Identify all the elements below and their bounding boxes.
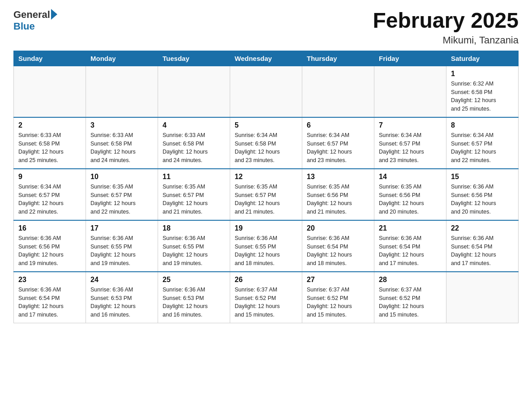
day-info: Sunrise: 6:35 AMSunset: 6:56 PMDaylight:… bbox=[379, 183, 442, 216]
calendar-day-cell: 18Sunrise: 6:36 AMSunset: 6:55 PMDayligh… bbox=[158, 220, 230, 272]
day-number: 20 bbox=[307, 224, 369, 232]
day-number: 22 bbox=[451, 224, 514, 232]
day-number: 2 bbox=[18, 121, 81, 129]
day-number: 6 bbox=[307, 121, 369, 129]
day-number: 19 bbox=[235, 224, 297, 232]
calendar-day-cell: 2Sunrise: 6:33 AMSunset: 6:58 PMDaylight… bbox=[14, 117, 86, 169]
calendar-day-cell: 13Sunrise: 6:35 AMSunset: 6:56 PMDayligh… bbox=[302, 169, 374, 220]
logo: General Blue bbox=[13, 9, 57, 32]
day-info: Sunrise: 6:37 AMSunset: 6:52 PMDaylight:… bbox=[307, 286, 369, 319]
day-info: Sunrise: 6:36 AMSunset: 6:53 PMDaylight:… bbox=[163, 286, 225, 319]
day-number: 23 bbox=[18, 276, 81, 284]
day-info: Sunrise: 6:34 AMSunset: 6:57 PMDaylight:… bbox=[307, 131, 369, 165]
day-info: Sunrise: 6:36 AMSunset: 6:54 PMDaylight:… bbox=[451, 234, 514, 268]
calendar-day-cell: 14Sunrise: 6:35 AMSunset: 6:56 PMDayligh… bbox=[374, 169, 446, 220]
calendar-day-cell: 3Sunrise: 6:33 AMSunset: 6:58 PMDaylight… bbox=[86, 117, 158, 169]
calendar-day-cell: 27Sunrise: 6:37 AMSunset: 6:52 PMDayligh… bbox=[302, 272, 374, 323]
calendar-day-cell bbox=[302, 66, 374, 117]
calendar-day-cell: 9Sunrise: 6:34 AMSunset: 6:57 PMDaylight… bbox=[14, 169, 86, 220]
day-number: 27 bbox=[307, 276, 369, 284]
calendar-day-cell: 26Sunrise: 6:37 AMSunset: 6:52 PMDayligh… bbox=[230, 272, 302, 323]
calendar-day-cell: 6Sunrise: 6:34 AMSunset: 6:57 PMDaylight… bbox=[302, 117, 374, 169]
day-number: 14 bbox=[379, 173, 442, 181]
day-info: Sunrise: 6:36 AMSunset: 6:55 PMDaylight:… bbox=[235, 234, 297, 268]
weekday-header-wednesday: Wednesday bbox=[230, 51, 302, 66]
day-info: Sunrise: 6:36 AMSunset: 6:54 PMDaylight:… bbox=[18, 286, 81, 319]
calendar-week-row: 9Sunrise: 6:34 AMSunset: 6:57 PMDaylight… bbox=[14, 169, 519, 220]
calendar-day-cell: 25Sunrise: 6:36 AMSunset: 6:53 PMDayligh… bbox=[158, 272, 230, 323]
day-info: Sunrise: 6:34 AMSunset: 6:58 PMDaylight:… bbox=[235, 131, 297, 165]
day-info: Sunrise: 6:34 AMSunset: 6:57 PMDaylight:… bbox=[379, 131, 442, 165]
day-number: 28 bbox=[379, 276, 442, 284]
day-number: 26 bbox=[235, 276, 297, 284]
month-title: February 2025 bbox=[373, 9, 519, 33]
calendar-day-cell: 28Sunrise: 6:37 AMSunset: 6:52 PMDayligh… bbox=[374, 272, 446, 323]
calendar-week-row: 2Sunrise: 6:33 AMSunset: 6:58 PMDaylight… bbox=[14, 117, 519, 169]
calendar-day-cell: 24Sunrise: 6:36 AMSunset: 6:53 PMDayligh… bbox=[86, 272, 158, 323]
day-number: 25 bbox=[163, 276, 225, 284]
day-number: 8 bbox=[451, 121, 514, 129]
day-number: 18 bbox=[163, 224, 225, 232]
weekday-header-monday: Monday bbox=[86, 51, 158, 66]
day-number: 5 bbox=[235, 121, 297, 129]
calendar-day-cell: 12Sunrise: 6:35 AMSunset: 6:57 PMDayligh… bbox=[230, 169, 302, 220]
calendar-day-cell: 15Sunrise: 6:36 AMSunset: 6:56 PMDayligh… bbox=[446, 169, 519, 220]
day-number: 24 bbox=[90, 276, 153, 284]
calendar-day-cell: 17Sunrise: 6:36 AMSunset: 6:55 PMDayligh… bbox=[86, 220, 158, 272]
calendar-day-cell: 4Sunrise: 6:33 AMSunset: 6:58 PMDaylight… bbox=[158, 117, 230, 169]
weekday-header-tuesday: Tuesday bbox=[158, 51, 230, 66]
calendar-week-row: 23Sunrise: 6:36 AMSunset: 6:54 PMDayligh… bbox=[14, 272, 519, 323]
day-info: Sunrise: 6:36 AMSunset: 6:56 PMDaylight:… bbox=[18, 234, 81, 268]
day-info: Sunrise: 6:36 AMSunset: 6:55 PMDaylight:… bbox=[163, 234, 225, 268]
calendar-table: SundayMondayTuesdayWednesdayThursdayFrid… bbox=[13, 51, 519, 323]
day-number: 11 bbox=[163, 173, 225, 181]
day-number: 4 bbox=[163, 121, 225, 129]
day-number: 21 bbox=[379, 224, 442, 232]
day-info: Sunrise: 6:35 AMSunset: 6:57 PMDaylight:… bbox=[163, 183, 225, 216]
day-info: Sunrise: 6:36 AMSunset: 6:54 PMDaylight:… bbox=[379, 234, 442, 268]
page-header: General Blue February 2025 Mikumi, Tanza… bbox=[13, 9, 519, 46]
weekday-header-friday: Friday bbox=[374, 51, 446, 66]
logo-blue: Blue bbox=[13, 21, 35, 32]
logo-arrow-icon bbox=[51, 9, 57, 20]
day-number: 16 bbox=[18, 224, 81, 232]
logo-general: General bbox=[13, 9, 50, 21]
calendar-day-cell: 11Sunrise: 6:35 AMSunset: 6:57 PMDayligh… bbox=[158, 169, 230, 220]
day-info: Sunrise: 6:37 AMSunset: 6:52 PMDaylight:… bbox=[379, 286, 442, 319]
day-number: 1 bbox=[451, 70, 514, 78]
calendar-day-cell: 16Sunrise: 6:36 AMSunset: 6:56 PMDayligh… bbox=[14, 220, 86, 272]
calendar-day-cell: 19Sunrise: 6:36 AMSunset: 6:55 PMDayligh… bbox=[230, 220, 302, 272]
day-info: Sunrise: 6:33 AMSunset: 6:58 PMDaylight:… bbox=[18, 131, 81, 165]
calendar-day-cell: 7Sunrise: 6:34 AMSunset: 6:57 PMDaylight… bbox=[374, 117, 446, 169]
weekday-header-thursday: Thursday bbox=[302, 51, 374, 66]
day-info: Sunrise: 6:34 AMSunset: 6:57 PMDaylight:… bbox=[451, 131, 514, 165]
day-number: 3 bbox=[90, 121, 153, 129]
day-info: Sunrise: 6:36 AMSunset: 6:56 PMDaylight:… bbox=[451, 183, 514, 216]
day-number: 12 bbox=[235, 173, 297, 181]
day-info: Sunrise: 6:35 AMSunset: 6:57 PMDaylight:… bbox=[90, 183, 153, 216]
day-info: Sunrise: 6:33 AMSunset: 6:58 PMDaylight:… bbox=[163, 131, 225, 165]
calendar-day-cell bbox=[158, 66, 230, 117]
calendar-day-cell: 23Sunrise: 6:36 AMSunset: 6:54 PMDayligh… bbox=[14, 272, 86, 323]
calendar-day-cell bbox=[14, 66, 86, 117]
title-section: February 2025 Mikumi, Tanzania bbox=[373, 9, 519, 46]
location: Mikumi, Tanzania bbox=[373, 34, 519, 46]
calendar-day-cell: 8Sunrise: 6:34 AMSunset: 6:57 PMDaylight… bbox=[446, 117, 519, 169]
calendar-day-cell: 20Sunrise: 6:36 AMSunset: 6:54 PMDayligh… bbox=[302, 220, 374, 272]
calendar-day-cell bbox=[86, 66, 158, 117]
weekday-header-row: SundayMondayTuesdayWednesdayThursdayFrid… bbox=[14, 51, 519, 66]
calendar-day-cell: 5Sunrise: 6:34 AMSunset: 6:58 PMDaylight… bbox=[230, 117, 302, 169]
calendar-week-row: 1Sunrise: 6:32 AMSunset: 6:58 PMDaylight… bbox=[14, 66, 519, 117]
calendar-week-row: 16Sunrise: 6:36 AMSunset: 6:56 PMDayligh… bbox=[14, 220, 519, 272]
calendar-day-cell: 21Sunrise: 6:36 AMSunset: 6:54 PMDayligh… bbox=[374, 220, 446, 272]
calendar-day-cell: 22Sunrise: 6:36 AMSunset: 6:54 PMDayligh… bbox=[446, 220, 519, 272]
calendar-day-cell bbox=[374, 66, 446, 117]
day-info: Sunrise: 6:33 AMSunset: 6:58 PMDaylight:… bbox=[90, 131, 153, 165]
day-info: Sunrise: 6:34 AMSunset: 6:57 PMDaylight:… bbox=[18, 183, 81, 216]
day-number: 13 bbox=[307, 173, 369, 181]
calendar-day-cell: 10Sunrise: 6:35 AMSunset: 6:57 PMDayligh… bbox=[86, 169, 158, 220]
day-number: 10 bbox=[90, 173, 153, 181]
day-info: Sunrise: 6:32 AMSunset: 6:58 PMDaylight:… bbox=[451, 80, 514, 113]
calendar-day-cell bbox=[446, 272, 519, 323]
day-info: Sunrise: 6:36 AMSunset: 6:53 PMDaylight:… bbox=[90, 286, 153, 319]
